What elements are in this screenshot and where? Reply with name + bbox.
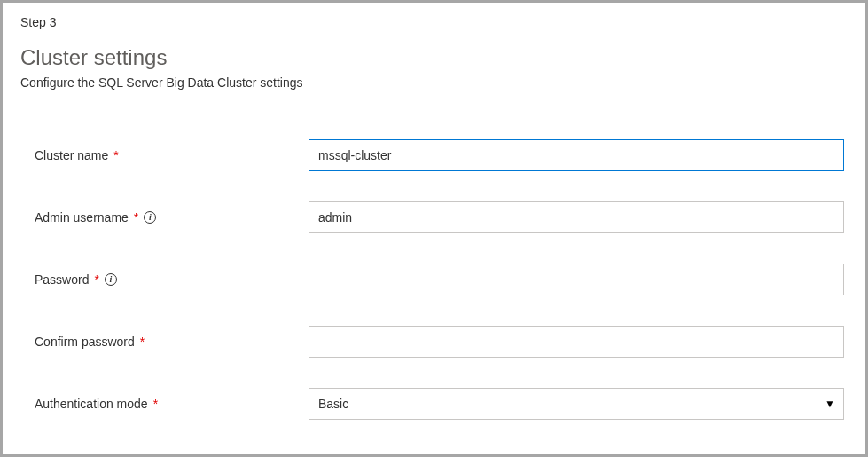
label-cluster-name: Cluster name *: [20, 148, 309, 162]
password-input[interactable]: [309, 264, 844, 295]
row-admin-username: Admin username * i: [20, 201, 848, 233]
auth-mode-select[interactable]: Basic ▼: [309, 388, 844, 420]
label-auth-mode: Authentication mode *: [20, 397, 309, 411]
admin-username-input[interactable]: [309, 201, 844, 233]
required-asterisk: *: [94, 272, 98, 287]
label-admin-username-text: Admin username: [35, 210, 129, 225]
confirm-password-input[interactable]: [309, 326, 844, 358]
label-password: Password * i: [20, 272, 309, 287]
required-asterisk: *: [113, 148, 118, 162]
required-asterisk: *: [140, 335, 145, 349]
label-confirm-password: Confirm password *: [20, 335, 309, 349]
label-admin-username: Admin username * i: [20, 210, 309, 225]
page-subtitle: Configure the SQL Server Big Data Cluste…: [20, 75, 848, 90]
required-asterisk: *: [134, 210, 138, 225]
label-cluster-name-text: Cluster name: [35, 148, 108, 162]
step-label: Step 3: [20, 15, 848, 29]
label-confirm-password-text: Confirm password: [35, 335, 135, 349]
row-cluster-name: Cluster name *: [20, 139, 848, 171]
page-title: Cluster settings: [20, 45, 848, 70]
required-asterisk: *: [153, 397, 158, 411]
info-icon[interactable]: i: [144, 211, 156, 224]
info-icon[interactable]: i: [105, 273, 117, 286]
row-confirm-password: Confirm password *: [20, 326, 848, 358]
row-password: Password * i: [20, 264, 848, 295]
label-auth-mode-text: Authentication mode: [35, 397, 148, 411]
label-password-text: Password: [35, 272, 89, 287]
row-auth-mode: Authentication mode * Basic ▼: [20, 388, 848, 420]
auth-mode-value: Basic: [318, 397, 348, 411]
cluster-name-input[interactable]: [309, 139, 844, 171]
